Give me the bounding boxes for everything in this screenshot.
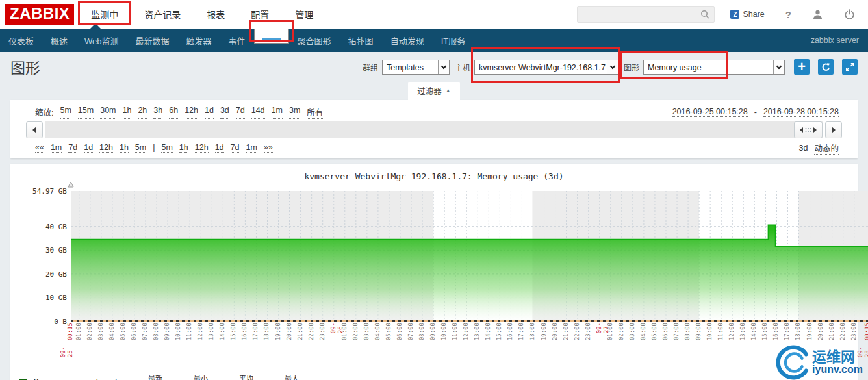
graph-card: kvmserver WebvirtMgr-192.168.1.7: Memory… [10, 164, 858, 380]
user-profile-icon[interactable] [812, 9, 823, 20]
main-menu-item-0[interactable]: 监测中 [78, 8, 131, 21]
dropdown-arrow-icon[interactable] [773, 60, 784, 74]
time-filter-panel: 缩放: 5m15m30m1h2h3h6h12h1d3d7d14d1m3m所有 2… [10, 100, 858, 158]
subnav-tab-10[interactable]: IT服务 [433, 29, 474, 52]
zoom-link-2[interactable]: 30m [100, 106, 116, 119]
subnav-tab-5[interactable]: 事件 [220, 29, 254, 52]
x-axis-label-29: 05:00 [385, 323, 392, 340]
logout-power-icon[interactable] [844, 9, 855, 20]
graph-filter: 图形 Memory usage [624, 60, 785, 75]
chart-svg [71, 191, 868, 322]
x-axis-label-66: 18:00 [795, 323, 802, 340]
zoom-link-3[interactable]: 1h [123, 106, 132, 119]
subnav-tab-7[interactable]: 聚合图形 [289, 29, 340, 52]
move-link-3[interactable]: 1d [84, 143, 93, 153]
move-link-10[interactable]: 12h [195, 143, 209, 153]
time-scrollbar-row [26, 121, 842, 138]
subnav-tab-9[interactable]: 自动发现 [382, 29, 433, 52]
scroll-left-button[interactable] [26, 121, 43, 138]
zoom-link-10[interactable]: 7d [236, 106, 245, 119]
host-select[interactable]: kvmserver WebvirtMgr-192.168.1.7 [474, 60, 619, 75]
zoom-link-9[interactable]: 3d [220, 106, 229, 119]
zoom-link-5[interactable]: 3h [153, 106, 162, 119]
x-axis-label-7: 07:00 [142, 323, 149, 340]
move-link-9[interactable]: 1h [179, 143, 188, 153]
subnav-tab-2[interactable]: Web监测 [76, 29, 127, 52]
zoom-link-7[interactable]: 12h [185, 106, 198, 119]
main-menu-item-3[interactable]: 配置 [238, 8, 282, 21]
scroll-right-button[interactable] [825, 121, 842, 138]
x-axis-label-27: 03:00 [363, 323, 370, 340]
main-menu-item-1[interactable]: 资产记录 [131, 8, 194, 21]
fullscreen-button[interactable] [842, 59, 858, 75]
zoom-link-13[interactable]: 3m [289, 106, 300, 119]
add-graph-button[interactable]: + [794, 59, 810, 75]
dropdown-arrow-icon[interactable] [607, 60, 618, 74]
x-axis-label-68: 20:00 [817, 323, 824, 340]
zoom-link-0[interactable]: 5m [60, 106, 71, 119]
move-link-11[interactable]: 1d [215, 143, 224, 153]
time-scrollbar-handle[interactable] [794, 121, 823, 138]
move-link-8[interactable]: 5m [161, 143, 172, 153]
move-link-4[interactable]: 12h [99, 143, 113, 153]
subnav-tabs: 仪表板概述Web监测最新数据触发器事件图形聚合图形拓扑图自动发现IT服务 [0, 29, 474, 52]
y-axis-label-4: 10 GB [15, 294, 67, 302]
date-from-link[interactable]: 2016-09-25 00:15:28 [672, 107, 748, 117]
help-button[interactable]: ? [785, 9, 791, 20]
y-axis-label-1: 40 GB [15, 223, 67, 231]
subnav-tab-8[interactable]: 拓扑图 [340, 29, 382, 52]
dropdown-arrow-icon[interactable] [438, 60, 449, 74]
zoom-link-12[interactable]: 1m [272, 106, 283, 119]
collapse-arrow-icon: ▲ [446, 88, 451, 94]
header-icons: Z Share ? [730, 9, 855, 20]
x-axis-label-6: 06:00 [131, 323, 138, 340]
main-menu-item-4[interactable]: 管理 [282, 8, 326, 21]
zoom-link-8[interactable]: 1d [205, 106, 214, 119]
subnav-tab-4[interactable]: 触发器 [178, 29, 220, 52]
search-input[interactable] [578, 10, 700, 19]
share-label: Share [743, 10, 764, 19]
move-link-1[interactable]: 1m [51, 143, 62, 153]
x-axis-label-59: 11:00 [717, 323, 724, 340]
filter-controls: 群组 Templates 主机 kvmserver WebvirtMgr-192… [363, 59, 858, 75]
handle-left-arrow-icon [800, 127, 803, 133]
time-scrollbar-track[interactable] [45, 121, 823, 138]
subnav-tab-6[interactable]: 图形 [254, 29, 289, 44]
x-axis-label-17: 17:00 [252, 323, 259, 340]
subnav-tab-0[interactable]: 仪表板 [0, 29, 42, 52]
main-menu-item-2[interactable]: 报表 [194, 8, 238, 21]
x-axis-label-47: 23:00 [585, 323, 592, 340]
move-link-2[interactable]: 7d [68, 143, 77, 153]
share-button[interactable]: Z Share [730, 10, 764, 19]
x-axis-label-38: 14:00 [485, 323, 492, 340]
x-axis-label-60: 12:00 [728, 323, 735, 340]
chart-plot-area[interactable]: 00:1509-2501:0002:0003:0004:0005:0006:00… [71, 191, 868, 322]
x-axis-label-16: 16:00 [241, 323, 248, 340]
move-link-6[interactable]: 5m [135, 143, 146, 153]
search-icon[interactable] [700, 10, 709, 19]
zoom-link-1[interactable]: 15m [78, 106, 94, 119]
annotation-box-menu [78, 1, 131, 25]
zoom-link-14[interactable]: 所有 [307, 106, 323, 119]
move-links: ««1m7d1d12h1h5m|5m1h12h1d7d1m»» [32, 143, 276, 153]
refresh-button[interactable] [818, 59, 834, 75]
subnav-tab-1[interactable]: 概述 [42, 29, 76, 52]
move-link-0[interactable]: «« [35, 143, 44, 153]
zoom-link-11[interactable]: 14d [251, 106, 265, 119]
subnav-tab-3[interactable]: 最新数据 [127, 29, 178, 52]
zoom-link-4[interactable]: 2h [138, 106, 147, 119]
move-link-12[interactable]: 7d [231, 143, 240, 153]
x-axis-label-19: 19:00 [275, 323, 282, 340]
move-link-13[interactable]: 1m [246, 143, 257, 153]
zoom-link-6[interactable]: 6h [169, 106, 178, 119]
date-to-link[interactable]: 2016-09-28 00:15:28 [763, 107, 839, 117]
move-link-14[interactable]: »» [264, 143, 273, 153]
host-label: 主机 [455, 62, 470, 73]
dynamic-link[interactable]: 动态的 [814, 142, 839, 155]
group-select[interactable]: Templates [382, 60, 450, 75]
filter-toggle-tab[interactable]: 过滤器 ▲ [408, 82, 459, 100]
x-axis-label-20: 20:00 [286, 323, 293, 340]
move-link-5[interactable]: 1h [120, 143, 129, 153]
handle-right-arrow-icon [813, 127, 817, 133]
graph-select[interactable]: Memory usage [643, 60, 785, 75]
